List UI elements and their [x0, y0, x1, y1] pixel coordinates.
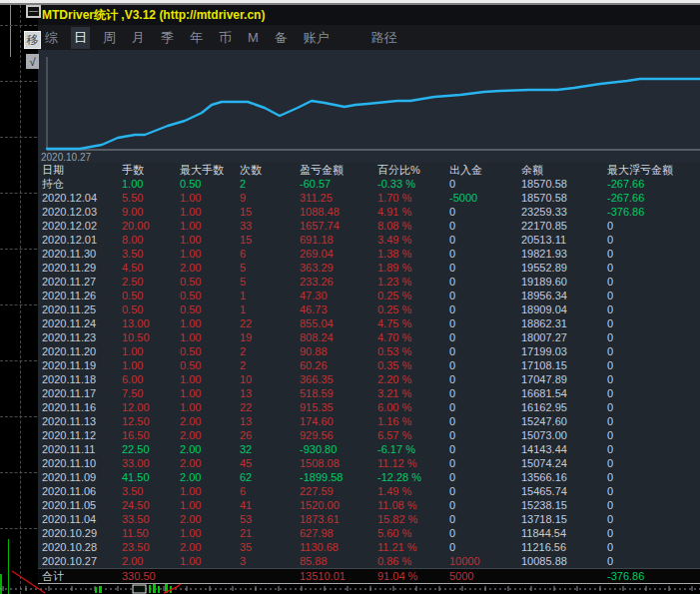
- table-row[interactable]: 2020.11.303.501.006269.041.38 %019821.93…: [38, 247, 700, 261]
- cell-inout: 0: [449, 344, 455, 358]
- menu-item-周[interactable]: 周: [100, 27, 119, 49]
- cell-date: 2020.11.09: [42, 470, 96, 484]
- cell-pnl: 233.26: [300, 275, 334, 289]
- cell-lots: 23.50: [122, 540, 150, 554]
- cell-balance: 10085.88: [521, 554, 567, 568]
- menu-item-账户[interactable]: 账户: [301, 27, 333, 49]
- cell-date: 2020.11.12: [42, 428, 96, 442]
- cell-inout: 0: [449, 428, 455, 442]
- menu-item-路径[interactable]: 路径: [368, 27, 400, 49]
- table-row[interactable]: 2020.10.2911.501.0021627.985.60 %011844.…: [38, 526, 700, 540]
- cell-percent: 1.38 %: [377, 247, 411, 261]
- table-row[interactable]: 持仓1.000.502-60.57-0.33 %018570.58-267.66: [38, 177, 700, 191]
- table-row[interactable]: 2020.11.250.500.50146.730.25 %018909.040: [38, 302, 700, 316]
- cell-count: 6: [240, 247, 246, 261]
- move-button[interactable]: 移: [24, 31, 41, 49]
- table-row[interactable]: 2020.11.1612.001.0022915.356.00 %016162.…: [38, 400, 700, 414]
- cell-percent: 11.12 %: [377, 456, 417, 470]
- cell-max-float: -267.66: [607, 191, 644, 205]
- cell-max-float: 0: [607, 498, 613, 512]
- table-row[interactable]: 2020.11.260.500.50147.300.25 %018956.340: [38, 289, 700, 302]
- cell-inout: 0: [449, 261, 455, 275]
- cell-date: 2020.11.20: [42, 344, 96, 358]
- table-row[interactable]: 2020.10.2823.502.00351130.6811.21 %01121…: [38, 540, 700, 554]
- cell-percent: -12.28 %: [377, 470, 421, 484]
- cell-max-float: 0: [607, 456, 613, 470]
- menu-item-日[interactable]: 日: [71, 27, 90, 49]
- cell-max-float: -376.86: [607, 205, 644, 219]
- table-row[interactable]: 2020.11.0433.502.00531873.6115.82 %01371…: [38, 512, 700, 526]
- menu-item-年[interactable]: 年: [187, 27, 206, 49]
- cell-balance: 16681.54: [521, 386, 567, 400]
- table-row[interactable]: 2020.11.272.500.505233.261.23 %019189.60…: [38, 275, 700, 289]
- cell-inout: 0: [449, 302, 455, 316]
- cell-lots: 16.50: [122, 428, 150, 442]
- cell-inout: 0: [449, 233, 455, 247]
- cell-inout: 0: [449, 470, 455, 484]
- menu-item-月[interactable]: 月: [129, 27, 148, 49]
- cell-max-lots: 2.00: [180, 414, 201, 428]
- table-row[interactable]: 2020.11.294.502.005363.291.89 %019552.89…: [38, 261, 700, 275]
- cell-inout: 0: [449, 205, 455, 219]
- cell-balance: 11216.56: [521, 540, 566, 554]
- table-row[interactable]: 2020.12.0220.001.00331657.748.08 %022170…: [38, 219, 700, 233]
- cell-count: 53: [240, 512, 252, 526]
- cell-count: 32: [240, 442, 252, 456]
- cell-percent: 6.00 %: [377, 400, 411, 414]
- menu-item-综[interactable]: 综: [42, 27, 61, 49]
- menu-item-备[interactable]: 备: [272, 27, 291, 49]
- cell-lots: 41.50: [122, 470, 150, 484]
- table-row[interactable]: 2020.11.0941.502.0062-1899.58-12.28 %013…: [38, 470, 700, 484]
- cell-date: 2020.11.29: [42, 261, 96, 275]
- table-row[interactable]: 2020.11.191.000.50260.260.35 %017108.150: [38, 358, 700, 372]
- cell-percent: 91.04 %: [377, 569, 417, 583]
- screen: { "window": { "title": "MTDriver统计 ,V3.1…: [0, 0, 700, 594]
- table-row[interactable]: 2020.11.063.501.006227.591.49 %015465.74…: [38, 484, 700, 498]
- grid-line: [0, 25, 37, 26]
- cell-lots: 11.50: [122, 526, 149, 540]
- table-row[interactable]: 2020.11.1122.502.0032-930.80-6.17 %01414…: [38, 442, 700, 456]
- table-row[interactable]: 2020.11.2413.001.0022855.044.75 %018862.…: [38, 316, 700, 330]
- cell-date: 持仓: [42, 177, 64, 191]
- cell-count: 22: [240, 316, 252, 330]
- menu-item-季[interactable]: 季: [158, 27, 177, 49]
- grid-line: [0, 416, 37, 417]
- window-titlebar[interactable]: MTDriver统计 ,V3.12 (http://mtdriver.cn): [38, 5, 700, 25]
- cell-max-float: 0: [607, 414, 613, 428]
- table-row[interactable]: 2020.11.0524.501.00411520.0011.08 %01523…: [38, 498, 700, 512]
- minimize-button[interactable]: —: [26, 5, 41, 18]
- confirm-button[interactable]: √: [26, 54, 39, 69]
- cell-percent: 1.16 %: [377, 414, 411, 428]
- cell-count: 3: [240, 554, 246, 568]
- cell-max-lots: 0.50: [180, 344, 201, 358]
- table-header-row: 日期手数最大手数次数盈亏金额百分比%出入金余额最大浮亏金额: [38, 163, 700, 177]
- cell-max-lots: 1.00: [180, 526, 201, 540]
- cell-max-float: 0: [607, 442, 613, 456]
- table-row[interactable]: 2020.11.177.501.0013518.593.21 %016681.5…: [38, 386, 700, 400]
- table-row[interactable]: 2020.12.018.001.0015691.183.49 %020513.1…: [38, 233, 700, 247]
- cell-max-lots: 1.00: [180, 400, 201, 414]
- table-row[interactable]: 2020.11.1312.502.0013174.601.16 %015247.…: [38, 414, 700, 428]
- table-row[interactable]: 2020.11.186.001.0010366.352.20 %017047.8…: [38, 372, 700, 386]
- cell-date: 2020.11.30: [42, 247, 96, 261]
- table-row[interactable]: 2020.11.1033.002.00451508.0811.12 %01507…: [38, 456, 700, 470]
- table-row[interactable]: 2020.12.045.501.009311.251.70 %-50001857…: [38, 191, 700, 205]
- menu-item-M[interactable]: M: [245, 28, 262, 47]
- menu-item-币[interactable]: 币: [216, 27, 235, 49]
- cell-percent: 3.49 %: [377, 233, 411, 247]
- cell-pnl: 227.59: [300, 484, 334, 498]
- table-row[interactable]: 2020.10.272.001.00385.880.86 %1000010085…: [38, 554, 700, 568]
- cell-balance: 18007.27: [521, 330, 567, 344]
- cell-max-lots: 2.00: [180, 456, 201, 470]
- cell-max-lots: 0.50: [180, 289, 201, 302]
- table-row[interactable]: 2020.12.039.001.00151088.484.91 %023259.…: [38, 205, 700, 219]
- cell-max-float: 0: [607, 247, 613, 261]
- cell-inout: 0: [449, 358, 455, 372]
- table-row[interactable]: 2020.11.201.000.50290.880.53 %017199.030: [38, 344, 700, 358]
- cell-count: 10: [240, 372, 252, 386]
- cell-max-lots: 2.00: [180, 540, 201, 554]
- table-row[interactable]: 2020.11.1216.502.0026929.566.57 %015073.…: [38, 428, 700, 442]
- table-row[interactable]: 2020.11.2310.501.0019808.244.70 %018007.…: [38, 330, 700, 344]
- cell-count: 1: [240, 302, 246, 316]
- cell-max-float: 最大浮亏金额: [607, 163, 673, 177]
